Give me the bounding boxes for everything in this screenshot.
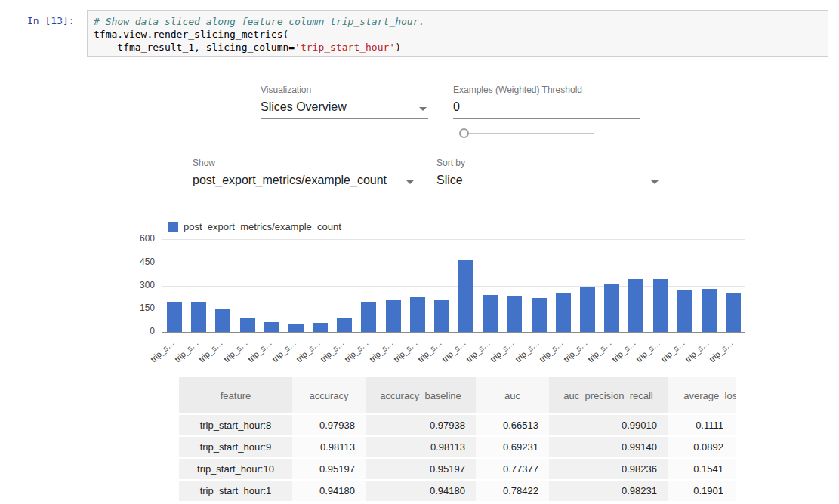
bar bbox=[215, 309, 230, 332]
bar bbox=[361, 302, 376, 332]
bar bbox=[507, 296, 522, 332]
bar bbox=[556, 293, 571, 332]
bar bbox=[532, 298, 547, 333]
metric-cell: 0.99010 bbox=[549, 415, 668, 437]
visualization-dropdown[interactable]: Visualization Slices Overview bbox=[261, 85, 428, 119]
bar-slot bbox=[697, 239, 721, 332]
bar bbox=[726, 293, 741, 332]
bar-slot bbox=[551, 239, 575, 332]
bar bbox=[191, 302, 206, 332]
bar-slot bbox=[356, 239, 381, 332]
bar-chart bbox=[162, 239, 745, 332]
table-row[interactable]: trip_start_hour:10.941800.941800.784220.… bbox=[179, 481, 736, 502]
column-header-average_loss: average_loss bbox=[668, 377, 736, 415]
bar-slot bbox=[600, 239, 624, 332]
metric-cell: 0.1111 bbox=[668, 415, 736, 437]
metric-cell: 0.1901 bbox=[668, 481, 736, 502]
metrics-table-grid: featureaccuracyaccuracy_baselineaucauc_p… bbox=[179, 377, 736, 502]
bar-slot bbox=[162, 239, 187, 332]
code-line2: tfma.view.render_slicing_metrics( bbox=[94, 29, 288, 40]
code-editor[interactable]: # Show data sliced along feature column … bbox=[87, 10, 828, 57]
bar-slot bbox=[575, 239, 600, 332]
bar-slot bbox=[502, 239, 526, 332]
bar bbox=[313, 323, 328, 332]
bar bbox=[386, 300, 401, 332]
bar-slot bbox=[478, 239, 502, 332]
legend-label: post_export_metrics/example_count bbox=[184, 221, 341, 232]
table-row[interactable]: trip_start_hour:80.979380.979380.665130.… bbox=[179, 415, 736, 437]
feature-cell: trip_start_hour:10 bbox=[179, 459, 292, 481]
bar-slot bbox=[211, 239, 235, 332]
bar bbox=[434, 300, 449, 332]
metric-cell: 0.98231 bbox=[549, 481, 668, 502]
metric-cell: 0.1541 bbox=[668, 459, 736, 481]
show-dropdown[interactable]: Show post_export_metrics/example_count bbox=[193, 158, 415, 192]
slider-thumb[interactable] bbox=[459, 128, 469, 138]
sort-by-selected-value: Slice bbox=[436, 174, 463, 186]
visualization-selected-value: Slices Overview bbox=[261, 100, 347, 113]
table-row[interactable]: trip_start_hour:100.951970.951970.773770… bbox=[179, 459, 736, 481]
y-tick-label: 150 bbox=[119, 303, 155, 313]
bar bbox=[653, 279, 668, 332]
feature-cell: trip_start_hour:1 bbox=[179, 481, 292, 502]
metric-cell: 0.97938 bbox=[366, 415, 476, 437]
metric-cell: 0.99140 bbox=[549, 437, 668, 459]
code-line3-pre: tfma_result_1, slicing_column= bbox=[94, 41, 295, 53]
bar-slot bbox=[284, 239, 308, 332]
bar bbox=[337, 318, 352, 332]
bar-slot bbox=[308, 239, 332, 332]
threshold-value: 0 bbox=[453, 100, 460, 113]
bar-slot bbox=[624, 239, 648, 332]
bar bbox=[264, 322, 279, 332]
threshold-slider[interactable] bbox=[459, 128, 594, 139]
metric-cell: 0.0892 bbox=[668, 437, 736, 459]
gridline bbox=[162, 332, 745, 333]
column-header-accuracy: accuracy bbox=[292, 377, 366, 415]
chevron-down-icon bbox=[406, 180, 414, 184]
chart-legend: post_export_metrics/example_count bbox=[168, 221, 341, 232]
threshold-field[interactable]: Examples (Weighted) Threshold 0 bbox=[453, 85, 640, 119]
code-string-literal: 'trip_start_hour' bbox=[295, 41, 395, 53]
y-tick-label: 300 bbox=[119, 280, 155, 290]
slider-track[interactable] bbox=[469, 133, 594, 134]
column-header-auc: auc bbox=[476, 377, 549, 415]
show-select[interactable]: post_export_metrics/example_count bbox=[193, 171, 415, 192]
column-header-accuracy_baseline: accuracy_baseline bbox=[366, 377, 476, 415]
cell-prompt: In [13]: bbox=[27, 15, 75, 26]
bar-slot bbox=[187, 239, 211, 332]
y-tick-label: 0 bbox=[119, 326, 155, 337]
x-axis-labels: trip_s…trip_s…trip_s…trip_s…trip_s…trip_… bbox=[162, 334, 745, 360]
bar bbox=[167, 302, 182, 332]
table-row[interactable]: trip_start_hour:90.981130.981130.692310.… bbox=[179, 437, 736, 459]
sort-by-dropdown[interactable]: Sort by Slice bbox=[436, 158, 660, 192]
y-tick-label: 450 bbox=[119, 257, 155, 267]
code-comment: # Show data sliced along feature column … bbox=[94, 16, 424, 27]
bar bbox=[288, 324, 304, 332]
visualization-select[interactable]: Slices Overview bbox=[261, 98, 428, 119]
bar bbox=[483, 295, 498, 332]
column-header-feature: feature bbox=[179, 377, 292, 415]
bar-slot bbox=[527, 239, 551, 332]
feature-cell: trip_start_hour:9 bbox=[179, 437, 292, 459]
bar bbox=[580, 287, 595, 332]
bar-slot bbox=[332, 239, 356, 332]
visualization-label: Visualization bbox=[261, 85, 428, 98]
metric-cell: 0.66513 bbox=[476, 415, 549, 437]
metric-cell: 0.98113 bbox=[292, 437, 366, 459]
sort-by-select[interactable]: Slice bbox=[436, 171, 660, 192]
metrics-table: featureaccuracyaccuracy_baselineaucauc_p… bbox=[179, 377, 736, 504]
chevron-down-icon bbox=[651, 180, 659, 184]
threshold-label: Examples (Weighted) Threshold bbox=[453, 85, 640, 98]
show-selected-value: post_export_metrics/example_count bbox=[193, 174, 387, 186]
bar bbox=[604, 284, 619, 332]
metric-cell: 0.98113 bbox=[366, 437, 476, 459]
table-body: trip_start_hour:80.979380.979380.665130.… bbox=[179, 415, 736, 502]
table-header-row: featureaccuracyaccuracy_baselineaucauc_p… bbox=[179, 377, 736, 415]
metric-cell: 0.69231 bbox=[476, 437, 549, 459]
sort-by-label: Sort by bbox=[436, 158, 660, 171]
metric-cell: 0.95197 bbox=[292, 459, 366, 481]
chevron-down-icon bbox=[419, 107, 427, 111]
threshold-input[interactable]: 0 bbox=[453, 98, 640, 119]
y-axis: 0150300450600 bbox=[119, 239, 155, 332]
bar-slot bbox=[673, 239, 697, 332]
